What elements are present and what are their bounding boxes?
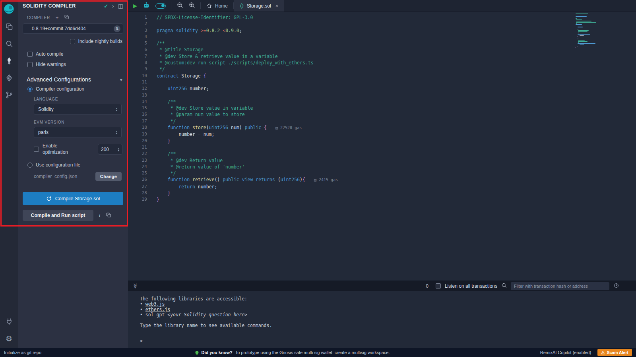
- code-line: 5/**: [128, 40, 636, 46]
- minimap-line: [578, 33, 579, 33]
- pending-transactions-icon[interactable]: [613, 283, 619, 290]
- minimap-line: [578, 29, 579, 30]
- tab-home[interactable]: Home: [201, 0, 233, 12]
- minimap-line: [576, 47, 576, 48]
- code-line: 25 */: [128, 170, 636, 176]
- hide-warnings-checkbox[interactable]: [27, 62, 33, 67]
- compiler-section-label-row: COMPILER +: [27, 14, 128, 21]
- toggle-knob-icon: [161, 4, 165, 7]
- code-line: 10contract Storage {: [128, 73, 636, 79]
- advanced-configurations-header[interactable]: Advanced Configurations ▾: [27, 76, 122, 83]
- copy-version-icon[interactable]: [64, 14, 69, 21]
- gear-icon: ⚙: [6, 335, 12, 343]
- status-bar: Initialize as git repo Did you know? To …: [0, 348, 636, 357]
- minimap-line: [576, 16, 587, 17]
- enable-optimization-checkbox[interactable]: [34, 147, 39, 152]
- code-line: 13: [128, 92, 636, 99]
- git-init-button[interactable]: Initialize as git repo: [0, 350, 41, 355]
- lightbulb-icon: [195, 351, 198, 354]
- solidity-compiler-icon[interactable]: [4, 56, 14, 66]
- minimap-line: [578, 36, 578, 37]
- file-explorer-icon[interactable]: [4, 22, 14, 31]
- copilot-status[interactable]: RemixAI Copilot (enabled): [540, 350, 591, 355]
- close-tab-icon[interactable]: ×: [275, 3, 279, 9]
- git-icon[interactable]: [4, 90, 14, 100]
- terminal-search-icon[interactable]: [501, 283, 507, 289]
- remix-logo[interactable]: [4, 4, 14, 14]
- minimap-line: [576, 24, 582, 25]
- minimap-line: [578, 34, 590, 35]
- language-value: Solidity: [38, 106, 116, 112]
- settings-gear-icon[interactable]: ⚙: [4, 334, 14, 343]
- terminal-output: The following libraries are accessible:•…: [140, 296, 636, 328]
- code-line: 22 /**: [128, 151, 636, 157]
- transaction-filter-input[interactable]: [511, 282, 609, 290]
- code-line: 2: [128, 21, 636, 27]
- hide-warnings-label: Hide warnings: [36, 62, 66, 67]
- info-icon[interactable]: i: [99, 213, 100, 219]
- hide-warnings-row: Hide warnings: [27, 62, 128, 67]
- compile-button[interactable]: Compile Storage.sol: [23, 192, 123, 205]
- code-line: 14 /**: [128, 99, 636, 105]
- compiler-configuration-radio[interactable]: [27, 87, 33, 92]
- zoom-in-icon[interactable]: [188, 2, 195, 10]
- terminal-prompt[interactable]: >: [140, 339, 636, 344]
- language-label: LANGUAGE: [34, 97, 128, 101]
- copilot-toggle[interactable]: [155, 3, 166, 9]
- code-editor[interactable]: 1// SPDX-License-Identifier: GPL-3.023pr…: [128, 12, 636, 281]
- tab-storage-sol[interactable]: Storage.sol ×: [234, 0, 284, 12]
- code-line: 17 */: [128, 118, 636, 124]
- minimap-line: [578, 40, 585, 41]
- auto-compile-checkbox[interactable]: [27, 52, 33, 57]
- compile-and-run-button[interactable]: Compile and Run script: [23, 210, 93, 221]
- minimap[interactable]: [576, 14, 603, 48]
- minimap-line: [576, 23, 577, 24]
- change-config-button[interactable]: Change: [95, 172, 122, 181]
- config-file-name: compiler_config.json: [34, 174, 77, 179]
- terminal-link[interactable]: ethers.js: [145, 307, 170, 312]
- ai-assistant-icon[interactable]: [142, 2, 150, 10]
- terminal-line: [140, 318, 636, 323]
- pin-panel-icon[interactable]: ◫: [118, 3, 123, 9]
- listen-transactions-checkbox[interactable]: [436, 283, 441, 288]
- select-carets-icon: ▴▾: [116, 107, 117, 111]
- add-compiler-icon[interactable]: +: [56, 15, 59, 21]
- search-icon[interactable]: [4, 39, 14, 48]
- auto-compile-label: Auto compile: [36, 51, 63, 57]
- tip-title: Did you know?: [201, 350, 232, 355]
- optimization-runs-input[interactable]: 200 ▴▾: [98, 144, 122, 155]
- use-configuration-file-radio[interactable]: [27, 163, 33, 168]
- scam-alert-badge[interactable]: ⚠ Scam Alert: [597, 349, 632, 356]
- code-line: 27 return number;: [128, 184, 636, 190]
- minimap-line: [576, 21, 591, 21]
- terminal[interactable]: The following libraries are accessible:•…: [128, 291, 636, 348]
- compiler-version-select[interactable]: 0.8.19+commit.7dd6d404 ⇅: [23, 23, 123, 34]
- minimap-line: [578, 43, 595, 44]
- evm-version-label: EVM VERSION: [34, 120, 128, 124]
- plugin-manager-icon[interactable]: [4, 317, 14, 326]
- stepper-carets-icon[interactable]: ▴▾: [118, 147, 119, 151]
- minimap-line: [578, 41, 588, 42]
- code-line: 24 * @return value of 'number': [128, 164, 636, 170]
- code-line: 12 uint256 number;: [128, 85, 636, 92]
- minimap-line: [578, 31, 588, 32]
- include-nightly-checkbox[interactable]: [70, 39, 75, 44]
- auto-compile-row: Auto compile: [27, 51, 128, 57]
- select-carets-icon: ▴▾: [116, 130, 117, 134]
- did-you-know-tip: Did you know? To prototype using the Gno…: [195, 350, 390, 355]
- expand-terminal-icon[interactable]: ≫: [132, 283, 138, 289]
- config-file-row: compiler_config.json Change: [34, 172, 122, 181]
- code-line: 23 * @dev Return value: [128, 157, 636, 164]
- evm-version-select[interactable]: paris ▴▾: [34, 127, 122, 138]
- copy-icon[interactable]: [106, 212, 111, 219]
- chevron-down-icon: ▾: [120, 77, 122, 83]
- deploy-run-icon[interactable]: [4, 73, 14, 83]
- terminal-link[interactable]: web3.js: [145, 301, 165, 307]
- code-line: 8 * @custom:dev-run-script ./scripts/dep…: [128, 60, 636, 66]
- run-script-icon[interactable]: ▶: [133, 3, 137, 9]
- code-lines: 1// SPDX-License-Identifier: GPL-3.023pr…: [128, 14, 636, 203]
- compiler-version-value: 0.8.19+commit.7dd6d404: [32, 26, 114, 31]
- language-select[interactable]: Solidity ▴▾: [34, 104, 122, 115]
- zoom-out-icon[interactable]: [176, 2, 183, 10]
- chevron-right-icon[interactable]: ›: [112, 3, 114, 9]
